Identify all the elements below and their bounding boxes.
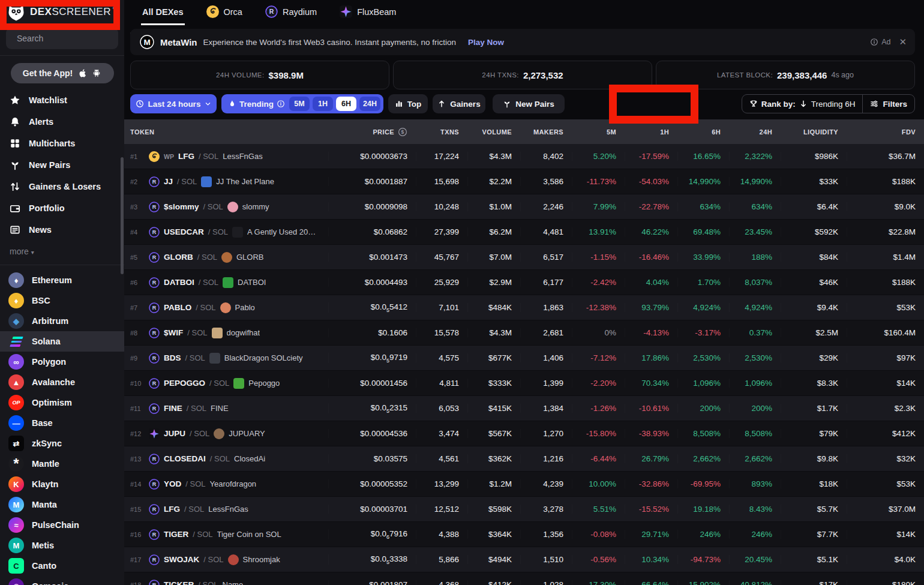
col-price[interactable]: PRICE$ [328, 127, 416, 137]
sidebar-nav: Watchlist Alerts Multicharts New Pairs G… [0, 89, 124, 241]
sidebar-chain-solana[interactable]: Solana [0, 331, 124, 352]
sidebar-chain-metis[interactable]: M Metis [0, 535, 124, 556]
table-row[interactable]: #18 R TICKER / SOL Name $0.001807 4,368 … [124, 572, 924, 585]
table-row[interactable]: #16 R TIGER / SOL Tiger Coin on SOL $0.0… [124, 522, 924, 547]
filters-button[interactable]: Filters [862, 95, 914, 113]
sidebar-scrollbar[interactable] [121, 157, 124, 274]
token-name: JJ The Jet Plane [216, 177, 274, 186]
sidebar-chain-osmosis[interactable]: ◉ Osmosis [0, 576, 124, 585]
token-image [228, 554, 239, 565]
top-button[interactable]: Top [388, 94, 428, 113]
tab-orca[interactable]: Orca [205, 0, 244, 25]
sidebar-item-new-pairs[interactable]: New Pairs [0, 154, 124, 176]
table-row[interactable]: #1 WP LFG / SOL LessFnGas $0.00003673 17… [124, 144, 924, 169]
trending-chip-24h[interactable]: 24H [359, 97, 380, 111]
table-row[interactable]: #13 R CLOSEDAI / SOL ClosedAi $0.03575 4… [124, 446, 924, 472]
col-liquidity[interactable]: LIQUIDITY [781, 128, 847, 136]
sidebar-chain-pulsechain[interactable]: ≈ PulseChain [0, 515, 124, 535]
col-5m[interactable]: 5M [572, 128, 625, 136]
metis-chain-icon: M [8, 538, 24, 553]
sidebar-chain-manta[interactable]: M Manta [0, 494, 124, 515]
liquidity-cell: $6.4K [781, 202, 847, 211]
fdv-cell: $53K [847, 303, 924, 312]
change-1h-cell: -10.61% [625, 404, 677, 413]
change-24h-cell: 0.37% [729, 328, 781, 337]
search-input[interactable] [17, 34, 125, 43]
sidebar-item-news[interactable]: News [0, 219, 124, 241]
mantle-chain-icon: * [8, 456, 24, 472]
more-toggle[interactable]: more ▾ [0, 241, 124, 257]
flame-icon [228, 100, 236, 108]
gainers-button[interactable]: Gainers [433, 94, 485, 113]
sidebar-item-alerts[interactable]: Alerts [0, 111, 124, 133]
table-row[interactable]: #15 R LFG / SOL LessFnGas $0.00003701 12… [124, 497, 924, 522]
rank-by-button[interactable]: Rank by: Trending 6H [742, 95, 863, 113]
table-row[interactable]: #4 R USEDCAR / SOL A Gently Used 2001 Ho… [124, 220, 924, 245]
sidebar-item-multicharts[interactable]: Multicharts [0, 133, 124, 154]
trending-chip-1h[interactable]: 1H [313, 97, 333, 111]
tab-raydium[interactable]: RRaydium [264, 0, 318, 25]
table-row[interactable]: #9 R BDS / SOL BlackDragon SOLciety $0.0… [124, 346, 924, 371]
sidebar-chain-canto[interactable]: C Canto [0, 556, 124, 576]
change-1h-cell: 26.79% [625, 454, 677, 463]
time-range-button[interactable]: Last 24 hours [130, 94, 217, 113]
table-row[interactable]: #14 R YOD / SOL Yearofdragon $0.00005352… [124, 472, 924, 497]
col-fdv[interactable]: FDV [847, 128, 924, 136]
price-cell: $0.055412 [328, 302, 416, 313]
sidebar-item-watchlist[interactable]: Watchlist [0, 89, 124, 111]
sidebar-chain-bsc[interactable]: ♦ BSC [0, 290, 124, 311]
liquidity-cell: $84K [781, 253, 847, 262]
col-1h[interactable]: 1H [625, 128, 677, 136]
sidebar-chain-klaytn[interactable]: K Klaytn [0, 474, 124, 494]
get-app-button[interactable]: Get the App! [11, 63, 114, 83]
change-6h-cell: 8,508% [677, 429, 729, 438]
sidebar-chain-avalanche[interactable]: ▲ Avalanche [0, 372, 124, 392]
token-quote: / SOL [203, 555, 223, 564]
sidebar-chain-arbitrum[interactable]: ◆ Arbitrum [0, 311, 124, 331]
ad-close-icon[interactable]: ✕ [899, 37, 907, 47]
table-row[interactable]: #8 R $WIF / SOL dogwifhat $0.1606 15,578… [124, 320, 924, 346]
change-24h-cell: 188% [729, 253, 781, 262]
change-5m-cell: -6.44% [572, 454, 625, 463]
sidebar-chain-polygon[interactable]: ∞ Polygon [0, 352, 124, 372]
chain-label: Canto [32, 561, 56, 571]
change-1h-cell: -22.78% [625, 202, 677, 211]
trending-info-icon[interactable] [277, 100, 285, 108]
col-volume[interactable]: VOLUME [467, 128, 520, 136]
sidebar-chain-optimism[interactable]: OP Optimism [0, 392, 124, 413]
col-token[interactable]: TOKEN [124, 128, 328, 136]
col-6h[interactable]: 6H [677, 128, 729, 136]
sidebar-item-gainers-losers[interactable]: Gainers & Losers [0, 176, 124, 197]
tab-all-dexes[interactable]: All DEXes [141, 0, 185, 25]
sidebar-chain-ethereum[interactable]: ♦ Ethereum [0, 270, 124, 290]
col-makers[interactable]: MAKERS [520, 128, 572, 136]
tab-fluxbeam[interactable]: FluxBeam [338, 0, 397, 25]
sidebar-chain-zksync[interactable]: ⇄ zkSync [0, 433, 124, 454]
table-row[interactable]: #12 JUPU / SOL JUPUARY $0.00004536 3,474… [124, 421, 924, 446]
trending-chip-6h[interactable]: 6H [336, 97, 356, 111]
table-row[interactable]: #11 R FINE / SOL FINE $0.052315 6,053 $4… [124, 396, 924, 421]
trending-chip-5m[interactable]: 5M [289, 97, 310, 111]
table-row[interactable]: #17 R SWOJAK / SOL Shroomjak $0.053338 5… [124, 547, 924, 572]
sidebar-item-portfolio[interactable]: Portfolio [0, 197, 124, 219]
makers-cell: 8,402 [520, 152, 572, 161]
sidebar-chain-base[interactable]: — Base [0, 413, 124, 433]
raydium-dex-icon: R [149, 454, 160, 464]
col-24h[interactable]: 24H [729, 128, 781, 136]
col-txns[interactable]: TXNS [416, 128, 467, 136]
token-cell: #5 R GLORB / SOL GLORB [124, 252, 328, 263]
table-row[interactable]: #2 R JJ / SOL JJ The Jet Plane $0.000188… [124, 169, 924, 194]
chain-label: Metis [32, 541, 54, 550]
trending-label[interactable]: Trending [239, 100, 274, 109]
new-pairs-button[interactable]: New Pairs [493, 94, 565, 113]
token-symbol: LFG [178, 152, 194, 161]
search-box[interactable]: / [6, 28, 118, 49]
table-row[interactable]: #10 R PEPOGGO / SOL Pepoggo $0.00001456 … [124, 371, 924, 396]
sidebar-chain-mantle[interactable]: * Mantle [0, 454, 124, 474]
table-row[interactable]: #3 R $slommy / SOL slommy $0.0009098 10,… [124, 194, 924, 220]
collapse-sidebar-icon[interactable]: « [112, 1, 118, 14]
table-row[interactable]: #5 R GLORB / SOL GLORB $0.001473 45,767 … [124, 245, 924, 270]
ad-play-now-link[interactable]: Play Now [468, 38, 504, 47]
table-row[interactable]: #7 R PABLO / SOL Pablo $0.055412 7,101 $… [124, 295, 924, 320]
table-row[interactable]: #6 R DATBOI / SOL DATBOI $0.0004493 25,9… [124, 270, 924, 295]
